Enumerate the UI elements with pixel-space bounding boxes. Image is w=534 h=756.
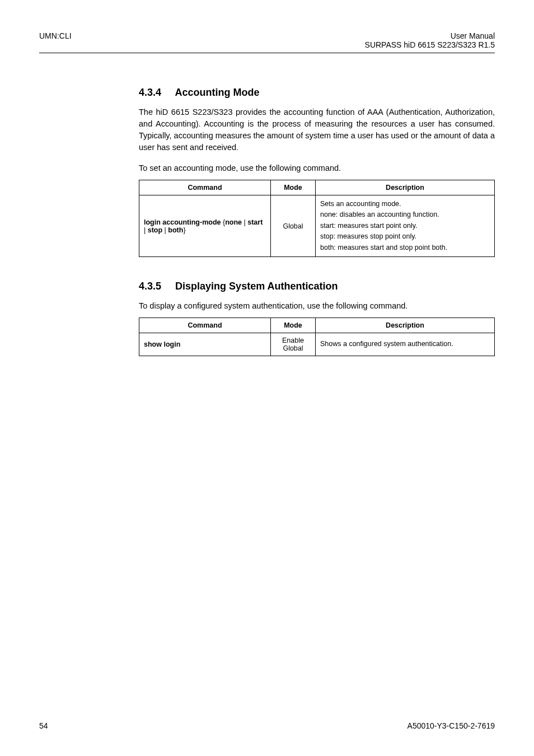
table-row: show login Enable Global Shows a configu…: [139, 333, 495, 356]
command-cell: login accounting-mode {none | start | st…: [139, 195, 271, 257]
table-header-row: Command Mode Description: [139, 318, 495, 333]
desc-line: both: measures start and stop point both…: [320, 242, 490, 253]
cmd-opt-both: both: [168, 226, 183, 234]
col-description: Description: [316, 180, 495, 195]
cmd-pipe: |: [144, 226, 148, 234]
display-paragraph: To display a configured system authentic…: [139, 300, 495, 312]
mode-line: Enable: [275, 337, 311, 344]
header-rule: [39, 53, 495, 53]
desc-line: stop: measures stop point only.: [320, 231, 490, 242]
col-description: Description: [316, 318, 495, 333]
display-command-table: Command Mode Description show login Enab…: [139, 318, 495, 356]
description-cell: Sets an accounting mode. none: disables …: [316, 195, 495, 257]
mode-line: Global: [275, 344, 311, 352]
desc-line: start: measures start point only.: [320, 221, 490, 231]
page-number: 54: [39, 721, 48, 730]
section-title-text: Displaying System Authentication: [175, 281, 338, 292]
doc-id: A50010-Y3-C150-2-7619: [407, 721, 495, 730]
cmd-pipe: |: [162, 226, 168, 234]
cmd-prefix: login accounting-mode: [144, 218, 223, 226]
col-mode: Mode: [271, 318, 316, 333]
col-command: Command: [139, 318, 271, 333]
desc-line: none: disables an accounting function.: [320, 209, 490, 220]
col-mode: Mode: [271, 180, 316, 195]
accounting-paragraph-1: The hiD 6615 S223/S323 provides the acco…: [139, 106, 495, 153]
table-header-row: Command Mode Description: [139, 180, 495, 195]
mode-cell: Enable Global: [271, 333, 316, 356]
section-number: 4.3.4: [139, 87, 161, 98]
cmd-pipe: |: [242, 218, 247, 226]
command-cell: show login: [139, 333, 271, 356]
header-left: UMN:CLI: [39, 31, 72, 49]
section-number: 4.3.5: [139, 281, 161, 292]
page-footer: 54 A50010-Y3-C150-2-7619: [39, 721, 495, 730]
header-right-line2: SURPASS hiD 6615 S223/S323 R1.5: [365, 40, 495, 49]
header-right: User Manual SURPASS hiD 6615 S223/S323 R…: [365, 31, 495, 49]
section-heading-display: 4.3.5 Displaying System Authentication: [139, 281, 495, 292]
header-right-line1: User Manual: [365, 31, 495, 40]
accounting-paragraph-2: To set an accounting mode, use the follo…: [139, 162, 495, 174]
cmd-opt-stop: stop: [148, 226, 162, 234]
table-row: login accounting-mode {none | start | st…: [139, 195, 495, 257]
accounting-command-table: Command Mode Description login accountin…: [139, 180, 495, 257]
page-header: UMN:CLI User Manual SURPASS hiD 6615 S22…: [39, 31, 495, 49]
cmd-opt-start: start: [247, 218, 263, 226]
section-heading-accounting: 4.3.4 Accounting Mode: [139, 87, 495, 99]
section-title-text: Accounting Mode: [175, 87, 259, 98]
description-cell: Shows a configured system authentication…: [316, 333, 495, 356]
desc-line: Sets an accounting mode.: [320, 199, 490, 209]
cmd-brace: }: [183, 226, 185, 234]
col-command: Command: [139, 180, 271, 195]
mode-cell: Global: [271, 195, 316, 257]
cmd-opt-none: none: [225, 218, 242, 226]
